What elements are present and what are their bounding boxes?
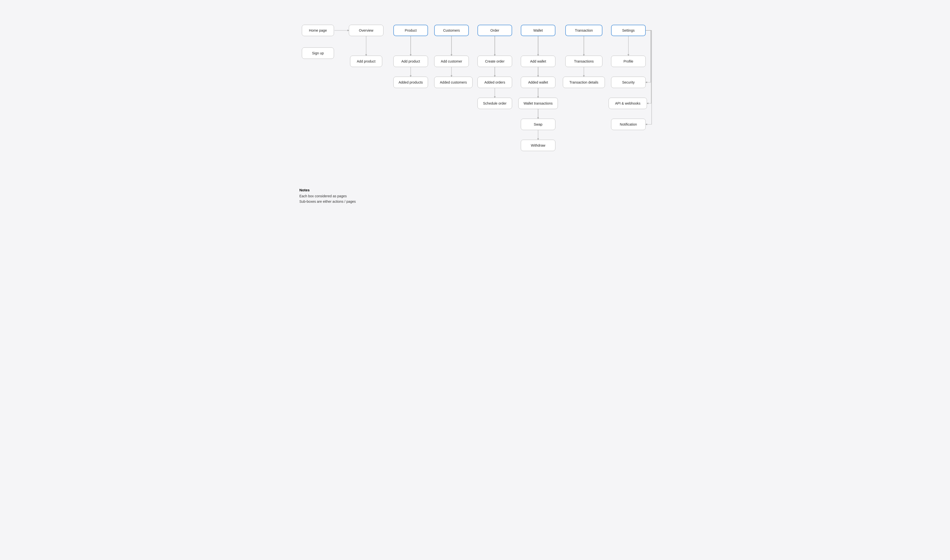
- node-wallet_swap[interactable]: Swap: [521, 118, 555, 130]
- node-settings_profile[interactable]: Profile: [611, 55, 646, 67]
- node-transaction[interactable]: Transaction: [565, 25, 602, 36]
- node-product_addedproducts[interactable]: Added products: [393, 77, 428, 88]
- node-customers_addedcustomers[interactable]: Added customers: [434, 77, 472, 88]
- node-customers[interactable]: Customers: [434, 25, 469, 36]
- node-transaction_transactions[interactable]: Transactions: [565, 55, 602, 67]
- node-homepage[interactable]: Home page: [302, 25, 334, 36]
- node-order_createorder[interactable]: Create order: [478, 55, 512, 67]
- node-settings[interactable]: Settings: [611, 25, 646, 36]
- node-settings_security[interactable]: Security: [611, 77, 646, 88]
- node-transaction_details[interactable]: Transaction details: [563, 77, 605, 88]
- node-customers_addcustomer[interactable]: Add customer: [434, 55, 469, 67]
- node-product[interactable]: Product: [393, 25, 428, 36]
- node-order[interactable]: Order: [478, 25, 512, 36]
- node-product_addproduct[interactable]: Add product: [393, 55, 428, 67]
- notes-area: Notes Each box considered as pages Sub-b…: [297, 188, 653, 203]
- node-order_addedorders[interactable]: Added orders: [478, 77, 512, 88]
- node-wallet_addwallet[interactable]: Add wallet: [521, 55, 555, 67]
- node-settings_api[interactable]: API & webhooks: [609, 98, 647, 109]
- diagram-area: Home pageSign upOverviewAdd productProdu…: [297, 10, 653, 168]
- node-settings_notification[interactable]: Notification: [611, 118, 646, 130]
- node-wallet_addedwallet[interactable]: Added wallet: [521, 77, 555, 88]
- node-overview_addproduct[interactable]: Add product: [350, 55, 382, 67]
- node-overview[interactable]: Overview: [349, 25, 384, 36]
- node-wallet_withdraw[interactable]: Withdraw: [521, 140, 555, 151]
- node-wallet_wallettransactions[interactable]: Wallet transactions: [518, 98, 558, 109]
- node-signup[interactable]: Sign up: [302, 48, 334, 59]
- notes-line-2: Sub-boxes are either actions / pages: [299, 200, 653, 203]
- node-wallet[interactable]: Wallet: [521, 25, 555, 36]
- node-order_scheduleorder[interactable]: Schedule order: [478, 98, 512, 109]
- notes-line-1: Each box considered as pages: [299, 194, 653, 198]
- notes-title: Notes: [299, 188, 653, 192]
